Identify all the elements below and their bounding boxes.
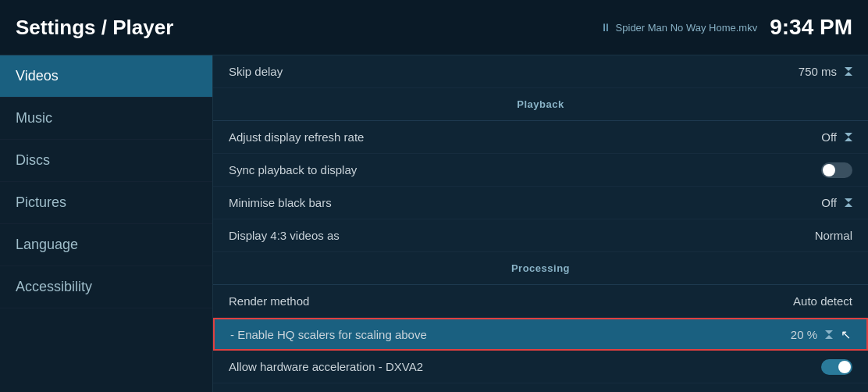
setting-name-display-43: Display 4:3 videos as — [229, 229, 815, 242]
section-header-playback: Playback — [213, 88, 868, 121]
chevron-down-icon — [845, 198, 852, 202]
header: Settings / Player ⏸ Spider Man No Way Ho… — [0, 0, 868, 55]
settings-content: Skip delay 750 ms Playback Adjust displa… — [212, 55, 868, 392]
cursor-icon: ↖ — [841, 327, 851, 342]
setting-row-hw-accel[interactable]: Allow hardware acceleration - DXVA2 — [213, 351, 868, 383]
chevron-down-icon — [825, 330, 833, 334]
setting-value-display-43: Normal — [815, 229, 852, 242]
skip-delay-chevrons — [845, 67, 852, 76]
chevron-up-icon — [845, 72, 852, 76]
setting-value-hw-accel — [821, 359, 852, 375]
setting-row-display-43[interactable]: Display 4:3 videos as Normal — [213, 219, 868, 252]
section-header-stereoscopic: Stereoscopic 3D — [213, 383, 868, 392]
section-label-playback: Playback — [517, 98, 564, 110]
page-title: Settings / Player — [16, 16, 600, 40]
toggle-knob — [823, 164, 835, 176]
minimise-bars-chevrons — [845, 198, 852, 207]
section-header-processing: Processing — [213, 252, 868, 285]
chevron-down-icon — [845, 133, 852, 137]
setting-value-adjust-refresh: Off — [821, 130, 852, 144]
sidebar-label-music: Music — [16, 110, 52, 126]
setting-row-sync-playback[interactable]: Sync playback to display — [213, 154, 868, 187]
chevron-up-icon — [845, 137, 852, 141]
sidebar-item-music[interactable]: Music — [0, 98, 212, 140]
setting-row-hq-scalers[interactable]: - Enable HQ scalers for scaling above 20… — [213, 318, 868, 351]
setting-value-render-method: Auto detect — [793, 294, 852, 308]
media-icon: ⏸ — [600, 21, 611, 34]
hq-scalers-chevrons — [825, 330, 833, 339]
sidebar-label-accessibility: Accessibility — [16, 279, 92, 294]
setting-name-adjust-refresh: Adjust display refresh rate — [229, 130, 821, 144]
setting-row-skip-delay[interactable]: Skip delay 750 ms — [213, 55, 868, 88]
setting-value-sync-playback — [821, 162, 852, 178]
sidebar-label-videos: Videos — [16, 68, 59, 84]
toggle-hw-accel[interactable] — [821, 359, 852, 375]
setting-name-render-method: Render method — [229, 294, 793, 308]
sidebar-item-videos[interactable]: Videos — [0, 55, 212, 98]
setting-name-hw-accel: Allow hardware acceleration - DXVA2 — [229, 360, 821, 373]
adjust-refresh-chevrons — [845, 133, 852, 141]
setting-value-skip-delay: 750 ms — [799, 65, 852, 78]
sidebar-item-accessibility[interactable]: Accessibility — [0, 266, 212, 308]
sidebar-label-pictures: Pictures — [16, 194, 66, 210]
now-playing: ⏸ Spider Man No Way Home.mkv — [600, 21, 758, 34]
main-layout: Videos Music Discs Pictures Language Acc… — [0, 55, 868, 392]
setting-name-hq-scalers: - Enable HQ scalers for scaling above — [230, 328, 791, 341]
setting-name-sync-playback: Sync playback to display — [229, 163, 821, 176]
sidebar-item-discs[interactable]: Discs — [0, 140, 212, 182]
section-label-processing: Processing — [511, 262, 570, 274]
header-right: ⏸ Spider Man No Way Home.mkv 9:34 PM — [600, 15, 852, 40]
clock: 9:34 PM — [770, 15, 852, 40]
setting-row-adjust-refresh[interactable]: Adjust display refresh rate Off — [213, 121, 868, 154]
setting-row-render-method[interactable]: Render method Auto detect — [213, 285, 868, 318]
sidebar-item-pictures[interactable]: Pictures — [0, 182, 212, 224]
chevron-down-icon — [845, 67, 852, 71]
setting-name-minimise-bars: Minimise black bars — [229, 196, 821, 209]
setting-row-minimise-bars[interactable]: Minimise black bars Off — [213, 187, 868, 219]
sidebar-label-discs: Discs — [16, 152, 50, 168]
setting-value-minimise-bars: Off — [821, 196, 852, 209]
chevron-up-icon — [825, 335, 833, 339]
sidebar-item-language[interactable]: Language — [0, 224, 212, 266]
chevron-up-icon — [845, 203, 852, 207]
sidebar-label-language: Language — [16, 237, 78, 252]
setting-value-hq-scalers: 20 % ↖ — [791, 327, 851, 342]
toggle-sync-playback[interactable] — [821, 162, 852, 178]
sidebar: Videos Music Discs Pictures Language Acc… — [0, 55, 212, 392]
now-playing-title: Spider Man No Way Home.mkv — [616, 22, 758, 34]
setting-name-skip-delay: Skip delay — [229, 65, 799, 78]
toggle-knob — [838, 361, 851, 373]
